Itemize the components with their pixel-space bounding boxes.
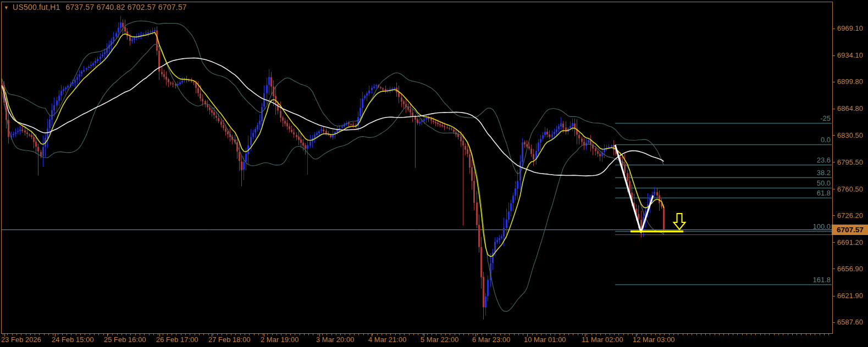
symbol-dropdown-icon[interactable]: ▼ xyxy=(4,5,9,10)
current-price-value: 6707.57 xyxy=(837,226,864,234)
current-price-tag: 6707.57 xyxy=(832,225,868,235)
candlestick-chart-canvas[interactable] xyxy=(0,0,868,347)
ohlc-readout: 6737.57 6740.82 6702.57 6707.57 xyxy=(66,3,187,12)
chart-title: ▼US500.fut,H16737.57 6740.82 6702.57 670… xyxy=(4,3,187,12)
symbol-period-label: US500.fut,H1 xyxy=(13,3,60,12)
trading-chart-window[interactable]: ▼US500.fut,H16737.57 6740.82 6702.57 670… xyxy=(0,0,868,347)
